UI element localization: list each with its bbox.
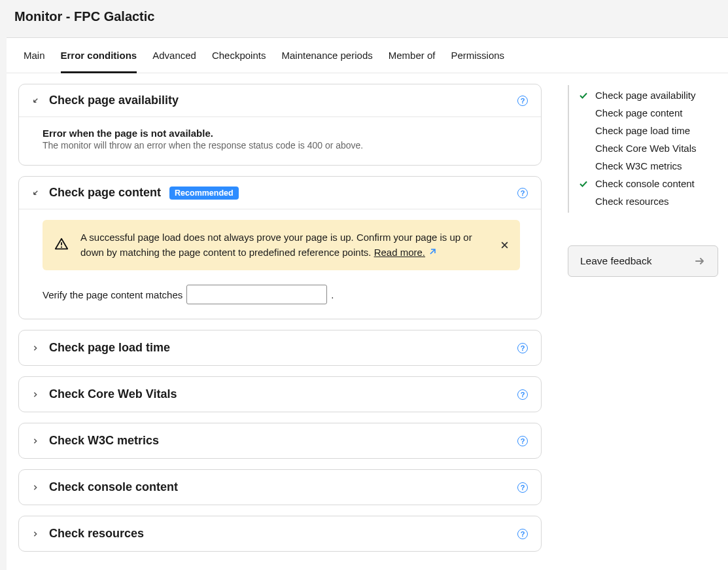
tab-advanced[interactable]: Advanced — [152, 38, 196, 73]
help-icon[interactable]: ? — [517, 343, 528, 353]
collapse-icon — [31, 96, 40, 105]
card-availability-header[interactable]: Check page availability ? — [19, 84, 541, 116]
nav-item-label: Check resources — [595, 196, 669, 207]
nav-item-content[interactable]: Check page content — [569, 104, 718, 122]
card-loadtime: Check page load time ? — [18, 330, 542, 366]
tab-bar: Main Error conditions Advanced Checkpoin… — [7, 38, 728, 73]
collapse-icon — [31, 188, 40, 198]
card-w3c-title: Check W3C metrics — [49, 434, 508, 448]
chevron-right-icon — [31, 344, 40, 353]
nav-item-cwv[interactable]: Check Core Web Vitals — [569, 139, 718, 157]
card-cwv-header[interactable]: Check Core Web Vitals ? — [19, 377, 541, 412]
tab-error-conditions[interactable]: Error conditions — [61, 38, 137, 73]
nav-item-label: Check page availability — [595, 90, 695, 101]
card-w3c: Check W3C metrics ? — [18, 423, 542, 459]
read-more-link[interactable]: Read more. — [374, 247, 425, 258]
card-content: Check page content Recommended ? A succe… — [18, 176, 542, 319]
close-icon[interactable] — [498, 239, 511, 252]
nav-item-loadtime[interactable]: Check page load time — [569, 122, 718, 139]
card-availability-title: Check page availability — [49, 94, 508, 107]
chevron-right-icon — [31, 529, 40, 539]
nav-item-resources[interactable]: Check resources — [569, 192, 718, 210]
page-title: Monitor - FPC Galactic — [14, 9, 714, 24]
card-resources: Check resources ? — [18, 516, 542, 552]
card-console-title: Check console content — [49, 480, 508, 494]
warning-icon — [54, 230, 69, 251]
card-availability: Check page availability ? Error when the… — [18, 84, 542, 166]
arrow-right-icon — [694, 255, 706, 267]
help-icon[interactable]: ? — [517, 529, 528, 539]
content-alert: A successful page load does not always p… — [43, 220, 520, 270]
nav-item-w3c[interactable]: Check W3C metrics — [569, 157, 718, 175]
nav-item-console[interactable]: Check console content — [569, 175, 718, 192]
svg-point-1 — [61, 246, 62, 247]
help-icon[interactable]: ? — [517, 482, 528, 493]
verify-label-pre: Verify the page content matches — [43, 289, 182, 300]
chevron-right-icon — [31, 436, 40, 446]
tab-member-of[interactable]: Member of — [389, 38, 436, 73]
leave-feedback-button[interactable]: Leave feedback — [568, 245, 718, 277]
availability-error-heading: Error when the page is not available. — [43, 128, 520, 139]
check-icon — [578, 179, 589, 189]
card-content-header[interactable]: Check page content Recommended ? — [19, 177, 541, 209]
check-icon — [578, 90, 589, 101]
nav-item-label: Check page content — [595, 107, 682, 118]
recommended-badge: Recommended — [169, 187, 239, 200]
card-w3c-header[interactable]: Check W3C metrics ? — [19, 423, 541, 458]
card-loadtime-title: Check page load time — [49, 341, 508, 355]
card-content-title-text: Check page content — [49, 186, 161, 199]
section-nav: Check page availability Check page conte… — [568, 85, 718, 213]
tab-main[interactable]: Main — [24, 38, 45, 73]
tab-permissions[interactable]: Permissions — [451, 38, 504, 73]
availability-error-sub: The monitor will throw an error when the… — [43, 140, 520, 151]
card-console: Check console content ? — [18, 469, 542, 505]
help-icon[interactable]: ? — [517, 436, 528, 446]
card-cwv-title: Check Core Web Vitals — [49, 387, 508, 401]
nav-item-availability[interactable]: Check page availability — [569, 86, 718, 104]
nav-item-label: Check console content — [595, 178, 695, 189]
nav-item-label: Check page load time — [595, 125, 690, 136]
card-console-header[interactable]: Check console content ? — [19, 470, 541, 505]
tab-maintenance-periods[interactable]: Maintenance periods — [281, 38, 372, 73]
card-cwv: Check Core Web Vitals ? — [18, 376, 542, 412]
help-icon[interactable]: ? — [517, 389, 528, 400]
nav-item-label: Check W3C metrics — [595, 160, 682, 171]
help-icon[interactable]: ? — [517, 188, 528, 198]
chevron-right-icon — [31, 483, 40, 492]
verify-label-post: . — [331, 289, 334, 300]
external-link-icon — [426, 249, 436, 258]
tab-checkpoints[interactable]: Checkpoints — [212, 38, 266, 73]
chevron-right-icon — [31, 390, 40, 399]
help-icon[interactable]: ? — [517, 96, 528, 106]
card-resources-header[interactable]: Check resources ? — [19, 516, 541, 551]
leave-feedback-label: Leave feedback — [580, 255, 651, 267]
card-loadtime-header[interactable]: Check page load time ? — [19, 330, 541, 365]
nav-item-label: Check Core Web Vitals — [595, 143, 697, 154]
content-match-input[interactable] — [186, 285, 327, 304]
card-content-title: Check page content Recommended — [49, 186, 508, 200]
card-resources-title: Check resources — [49, 527, 508, 541]
